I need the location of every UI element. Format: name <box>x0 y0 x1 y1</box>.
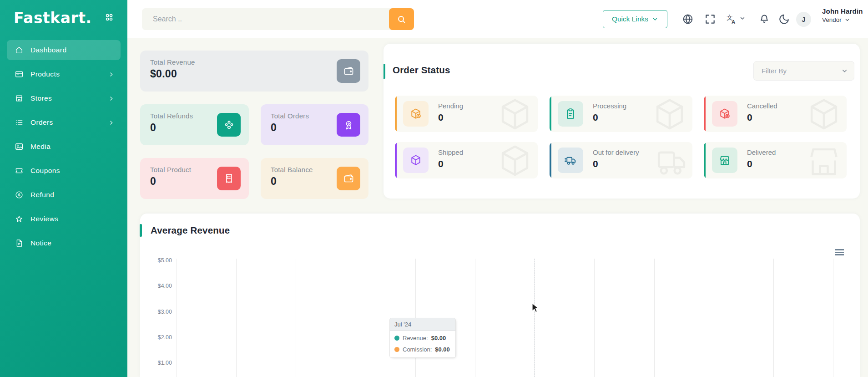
sidebar-item-media[interactable]: Media <box>7 137 121 157</box>
pending-box-clock-icon <box>403 101 429 127</box>
status-accent-bar <box>395 96 397 132</box>
status-label: Processing <box>593 102 626 110</box>
status-accent-bar <box>550 142 551 178</box>
title-accent-bar <box>140 224 142 237</box>
clipboard-icon <box>558 101 583 127</box>
chevron-right-icon <box>108 96 114 102</box>
list-icon <box>15 118 24 127</box>
sidebar-menu: Dashboard Products Stores Orders Media C… <box>0 30 127 253</box>
package-icon <box>403 148 429 173</box>
y-axis-tick: $1.00 <box>144 360 172 366</box>
order-status-title: Order Status <box>393 65 450 76</box>
status-value: 0 <box>747 112 752 123</box>
filter-by-select[interactable]: Filter By <box>753 61 854 81</box>
chart-title: Average Revenue <box>151 225 230 236</box>
chart-crosshair-line <box>535 259 535 377</box>
stat-value: 0 <box>150 175 156 188</box>
sidebar-item-label: Media <box>30 143 50 151</box>
notifications-bell-icon[interactable] <box>758 13 770 25</box>
avatar-initial: J <box>802 16 806 23</box>
award-icon <box>337 113 360 137</box>
chart-plot-area[interactable] <box>177 259 836 377</box>
stat-value: 0 <box>150 122 156 134</box>
tooltip-series-label: Comission: <box>403 346 432 353</box>
status-accent-bar <box>704 142 706 178</box>
chart-tooltip: Jul '24 Revenue: $0.00 Comission: $0.00 <box>389 318 456 358</box>
sidebar-item-orders[interactable]: Orders <box>7 112 121 132</box>
quick-links-button[interactable]: Quick Links <box>603 10 667 28</box>
sidebar-item-coupons[interactable]: Coupons <box>7 161 121 181</box>
y-axis-tick: $2.00 <box>144 334 172 341</box>
sidebar-item-label: Stores <box>30 94 52 102</box>
wallet-icon <box>337 59 360 83</box>
sidebar-item-dashboard[interactable]: Dashboard <box>7 40 121 60</box>
top-bar: Quick Links 文A J John Hardin Vendor <box>127 0 868 38</box>
stat-label: Total Revenue <box>150 58 195 66</box>
y-axis-tick: $3.00 <box>144 309 172 315</box>
tooltip-row-comission: Comission: $0.00 <box>390 342 455 357</box>
svg-text:$: $ <box>18 193 20 197</box>
search-input[interactable] <box>142 8 389 30</box>
apps-grid-icon[interactable] <box>105 13 114 22</box>
filter-by-label: Filter By <box>754 67 787 75</box>
chevron-right-icon <box>108 71 114 77</box>
wallet-icon <box>337 167 360 190</box>
storefront-icon <box>712 148 737 173</box>
truck-watermark-icon <box>649 142 691 178</box>
search-button[interactable] <box>389 8 414 30</box>
globe-icon[interactable] <box>682 13 694 25</box>
user-name: John Hardin <box>822 7 863 15</box>
sidebar-item-label: Reviews <box>30 215 58 223</box>
stat-label: Total Product <box>150 166 191 173</box>
status-value: 0 <box>438 112 444 123</box>
revenue-series-dot <box>394 336 399 341</box>
tooltip-x-label: Jul '24 <box>390 318 455 331</box>
tooltip-series-label: Revenue: <box>403 335 428 341</box>
svg-text:A: A <box>732 19 735 25</box>
store-icon <box>15 94 24 103</box>
stat-card-total-orders: Total Orders 0 <box>261 104 368 145</box>
stat-label: Total Refunds <box>150 112 193 120</box>
ticket-icon <box>15 166 24 175</box>
cube-watermark-icon <box>494 142 536 178</box>
mouse-cursor <box>531 303 540 314</box>
refund-dollar-icon: $ <box>15 190 24 199</box>
order-status-card-out-for-delivery: Out for delivery 0 <box>550 142 692 178</box>
sidebar-item-stores[interactable]: Stores <box>7 88 121 108</box>
order-status-card-cancelled: Cancelled 0 <box>704 96 847 132</box>
star-icon <box>15 214 24 224</box>
status-label: Shipped <box>438 148 463 156</box>
translate-icon[interactable]: 文A <box>726 13 737 25</box>
chart-menu-icon[interactable] <box>835 249 844 255</box>
sidebar-item-notice[interactable]: Notice <box>7 233 121 253</box>
order-status-card-shipped: Shipped 0 <box>395 142 538 178</box>
sidebar-item-reviews[interactable]: Reviews <box>7 209 121 229</box>
fullscreen-icon[interactable] <box>704 13 716 25</box>
sidebar-item-products[interactable]: Products <box>7 64 121 84</box>
box-icon <box>15 70 24 79</box>
app-logo[interactable]: Fastkart. <box>14 9 92 27</box>
avatar[interactable]: J <box>796 12 811 27</box>
sidebar-item-label: Notice <box>30 239 51 247</box>
stat-value: 0 <box>271 122 277 134</box>
user-menu[interactable]: John Hardin Vendor <box>822 7 863 23</box>
average-revenue-panel: Average Revenue $5.00 $4.00 $3.00 $2.00 … <box>140 214 860 377</box>
stat-value: $0.00 <box>150 68 177 80</box>
sidebar-item-label: Dashboard <box>30 46 66 54</box>
stat-label: Total Orders <box>271 112 309 120</box>
sidebar-item-refund[interactable]: $ Refund <box>7 185 121 205</box>
order-status-card-delivered: Delivered 0 <box>704 142 847 178</box>
stat-card-total-balance: Total Balance 0 <box>261 158 368 199</box>
status-accent-bar <box>395 142 397 178</box>
chevron-down-icon <box>652 16 658 22</box>
status-label: Pending <box>438 102 463 110</box>
order-status-panel: Order Status Filter By Pending 0 Process… <box>384 44 860 199</box>
image-icon <box>15 142 24 151</box>
stat-label: Total Balance <box>271 166 313 173</box>
dark-mode-moon-icon[interactable] <box>778 13 790 25</box>
tooltip-row-revenue: Revenue: $0.00 <box>390 331 455 342</box>
stat-card-total-product: Total Product 0 <box>140 158 249 199</box>
order-status-card-processing: Processing 0 <box>550 96 692 132</box>
cube-watermark-icon <box>649 96 691 132</box>
document-icon <box>15 239 24 248</box>
